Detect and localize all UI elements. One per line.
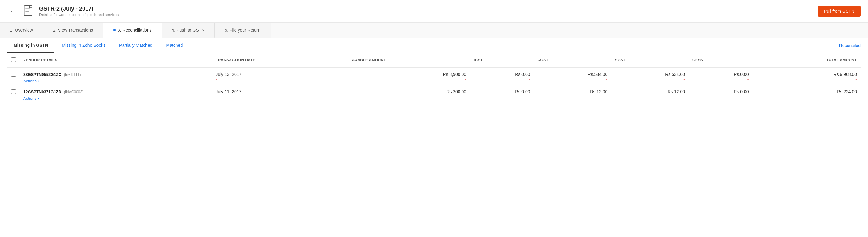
sub-tab-matched-label: Matched	[166, 43, 183, 48]
document-icon	[23, 5, 34, 18]
table-row: 12GSPTN0371G1ZD (INVC0003) Actions ▾ Jul…	[7, 85, 861, 102]
tab-overview-label: 1. Overview	[10, 28, 33, 33]
sub-tab-reconciled-label: Reconciled	[839, 43, 861, 48]
main-tabs: 1. Overview 2. View Transactions 3. Reco…	[0, 23, 868, 38]
sgst-cell: Rs.12.00 -	[611, 85, 689, 102]
col-date: Transaction Date	[212, 53, 346, 68]
cgst-dash: -	[606, 94, 608, 99]
back-button[interactable]: ←	[7, 7, 18, 16]
cess-cell: Rs.0.00 -	[689, 68, 752, 85]
sgst-cell: Rs.534.00 -	[611, 68, 689, 85]
taxable-cell: Rs.200.00 -	[346, 85, 470, 102]
tab-push-label: 4. Push to GSTN	[172, 28, 205, 33]
row-checkbox-cell	[7, 68, 20, 85]
total-cell: Rs.224.00 -	[752, 85, 861, 102]
actions-dropdown[interactable]: Actions ▾	[23, 79, 39, 83]
svg-rect-0	[24, 6, 32, 16]
vendor-id: 12GSPTN0371G1ZD	[23, 90, 61, 94]
cess-dash: -	[747, 94, 749, 99]
total-dash: -	[855, 94, 857, 99]
vendor-cell: 33GSPTN0552G1ZC (Inv-9111) Actions ▾	[20, 68, 212, 85]
vendor-id: 33GSPTN0552G1ZC	[23, 72, 61, 77]
dropdown-arrow-icon: ▾	[37, 79, 39, 83]
sub-tab-missing-gstn[interactable]: Missing in GSTN	[7, 38, 54, 53]
col-igst: IGST	[470, 53, 534, 68]
inv-id: (INVC0003)	[64, 90, 84, 94]
table-container: Vendor Details Transaction Date Taxable …	[0, 53, 868, 102]
sub-tab-reconciled[interactable]: Reconciled	[839, 39, 861, 53]
tab-dot	[113, 29, 116, 31]
header-left: ← GSTR-2 (July - 2017) Details of inward…	[7, 5, 119, 18]
col-cgst: CGST	[534, 53, 612, 68]
date-dash: -	[216, 77, 217, 82]
sub-tab-missing-zoho[interactable]: Missing in Zoho Books	[56, 38, 112, 53]
tab-file-return[interactable]: 5. File your Return	[215, 23, 271, 38]
row-checkbox[interactable]	[11, 89, 16, 94]
col-check	[7, 53, 20, 68]
sgst-dash: -	[683, 77, 685, 82]
date-cell: July 11, 2017 -	[212, 85, 346, 102]
taxable-dash: -	[465, 94, 466, 99]
col-cess: CESS	[689, 53, 752, 68]
page-header: ← GSTR-2 (July - 2017) Details of inward…	[0, 0, 868, 23]
igst-cell: Rs.0.00 -	[470, 68, 534, 85]
row-checkbox-cell	[7, 85, 20, 102]
taxable-cell: Rs.8,900.00 -	[346, 68, 470, 85]
sub-tab-partially-matched-label: Partially Matched	[119, 43, 152, 48]
sub-tab-missing-gstn-label: Missing in GSTN	[14, 43, 48, 48]
page-title: GSTR-2 (July - 2017)	[39, 6, 119, 12]
tab-push-to-gstn[interactable]: 4. Push to GSTN	[162, 23, 215, 38]
sub-tabs-left: Missing in GSTN Missing in Zoho Books Pa…	[7, 38, 190, 53]
tab-view-transactions-label: 2. View Transactions	[53, 28, 93, 33]
cgst-cell: Rs.12.00 -	[534, 85, 612, 102]
vendor-cell: 12GSPTN0371G1ZD (INVC0003) Actions ▾	[20, 85, 212, 102]
sgst-dash: -	[683, 94, 685, 99]
col-vendor: Vendor Details	[20, 53, 212, 68]
tab-file-return-label: 5. File your Return	[225, 28, 260, 33]
total-cell: Rs.9,968.00 -	[752, 68, 861, 85]
col-total: Total Amount	[752, 53, 861, 68]
transactions-table: Vendor Details Transaction Date Taxable …	[7, 53, 861, 102]
sub-tab-missing-zoho-label: Missing in Zoho Books	[62, 43, 105, 48]
tab-view-transactions[interactable]: 2. View Transactions	[43, 23, 103, 38]
tab-reconciliations-label: 3. Reconciliations	[118, 28, 152, 33]
col-sgst: SGST	[611, 53, 689, 68]
sub-tab-partially-matched[interactable]: Partially Matched	[113, 38, 158, 53]
igst-dash: -	[529, 94, 530, 99]
cgst-cell: Rs.534.00 -	[534, 68, 612, 85]
col-taxable: Taxable Amount	[346, 53, 470, 68]
row-checkbox[interactable]	[11, 72, 16, 76]
date-dash: -	[216, 94, 217, 99]
table-row: 33GSPTN0552G1ZC (Inv-9111) Actions ▾ Jul…	[7, 68, 861, 85]
tab-reconciliations[interactable]: 3. Reconciliations	[103, 23, 162, 38]
sub-tabs: Missing in GSTN Missing in Zoho Books Pa…	[0, 38, 868, 53]
total-dash: -	[855, 77, 857, 82]
inv-id: (Inv-9111)	[64, 72, 81, 77]
table-header-row: Vendor Details Transaction Date Taxable …	[7, 53, 861, 68]
dropdown-arrow-icon: ▾	[37, 97, 39, 100]
header-title-block: GSTR-2 (July - 2017) Details of inward s…	[39, 6, 119, 17]
pull-from-gstn-button[interactable]: Pull from GSTN	[818, 6, 861, 17]
taxable-dash: -	[465, 77, 466, 82]
cess-dash: -	[747, 77, 749, 82]
cgst-dash: -	[606, 77, 608, 82]
tab-overview[interactable]: 1. Overview	[0, 23, 43, 38]
page-subtitle: Details of inward supplies of goods and …	[39, 13, 119, 17]
igst-cell: Rs.0.00 -	[470, 85, 534, 102]
actions-dropdown[interactable]: Actions ▾	[23, 96, 39, 101]
cess-cell: Rs.0.00 -	[689, 85, 752, 102]
date-cell: July 13, 2017 -	[212, 68, 346, 85]
select-all-checkbox[interactable]	[11, 57, 16, 62]
igst-dash: -	[529, 77, 530, 82]
sub-tab-matched[interactable]: Matched	[160, 38, 189, 53]
